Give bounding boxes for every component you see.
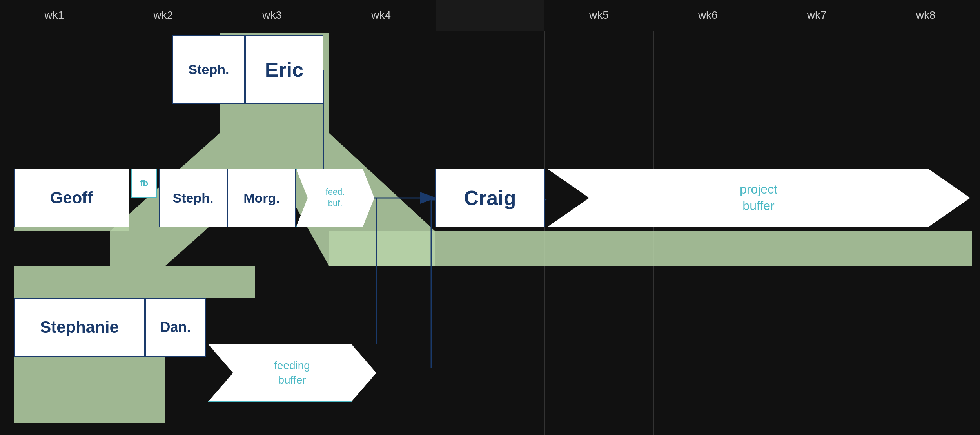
week-col-wk5: wk5 (544, 0, 653, 31)
morg-task[interactable]: Morg. (227, 169, 296, 227)
project-buffer: project buffer (547, 169, 970, 227)
week-col-wk4: wk4 (327, 0, 436, 31)
week-col-wk2: wk2 (109, 0, 218, 31)
week-col-wk6: wk6 (653, 0, 762, 31)
steph-mid-task[interactable]: Steph. (159, 169, 227, 227)
week-col-wk3: wk3 (218, 0, 327, 31)
grid-line-7 (762, 31, 762, 435)
grid-line-5 (544, 31, 545, 435)
craig-task[interactable]: Craig (435, 169, 545, 227)
fb-label: fb (131, 169, 157, 198)
grid-line-1 (109, 31, 109, 435)
week-col-wk4b (436, 0, 545, 31)
feed-buf-mid: feed. buf. (296, 169, 374, 227)
geoff-task[interactable]: Geoff (14, 169, 129, 227)
grid-line-6 (653, 31, 654, 435)
stephanie-task[interactable]: Stephanie (14, 298, 145, 357)
week-headers: wk1 wk2 wk3 wk4 wk5 wk6 wk7 wk8 (0, 0, 980, 31)
grid-line-8 (871, 31, 871, 435)
week-col-wk8: wk8 (871, 0, 980, 31)
feed-buf-bottom: feeding buffer (208, 344, 376, 402)
grid-line-4 (436, 31, 436, 435)
grid-lines (0, 31, 980, 435)
eric-task[interactable]: Eric (245, 35, 323, 104)
week-col-wk1: wk1 (0, 0, 109, 31)
chart-container: wk1 wk2 wk3 wk4 wk5 wk6 wk7 wk8 (0, 0, 980, 435)
dan-task[interactable]: Dan. (145, 298, 206, 357)
week-col-wk7: wk7 (762, 0, 871, 31)
steph-top-task[interactable]: Steph. (172, 35, 245, 104)
